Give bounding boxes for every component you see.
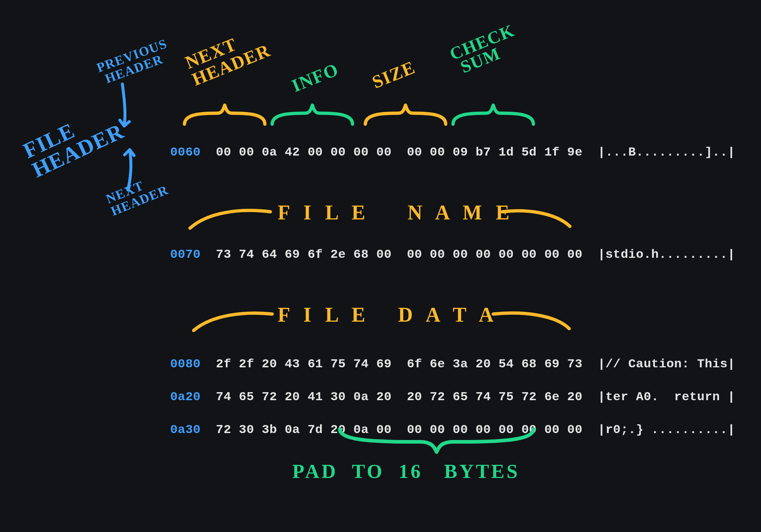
swoosh-icon	[194, 313, 272, 330]
label-next-header-side: NEXT HEADER	[104, 171, 170, 218]
hex-bytes: 74 65 72 20 41 30 0a 20 20 72 65 74 75 7…	[216, 390, 582, 404]
hex-ascii: |ter A0. return |	[598, 390, 735, 404]
hex-ascii: |stdio.h.........|	[598, 248, 735, 261]
hex-bytes: 00 00 0a 42 00 00 00 00 00 00 09 b7 1d 5…	[216, 145, 582, 159]
diagram-stage: FILE HEADER PREVIOUS HEADER NEXT HEADER …	[0, 0, 761, 532]
hex-offset: 0a20	[170, 390, 201, 404]
brace-icon	[184, 105, 265, 124]
label-info: INFO	[289, 58, 342, 96]
hex-offset: 0a30	[170, 423, 201, 437]
hex-bytes: 2f 2f 20 43 61 75 74 69 6f 6e 3a 20 54 6…	[216, 357, 582, 371]
brace-icon	[365, 105, 446, 124]
hex-offset: 0080	[170, 357, 201, 371]
label-checksum: CHECK SUM	[448, 22, 522, 77]
label-next-header: NEXT HEADER	[183, 24, 273, 88]
brace-icon	[453, 105, 533, 124]
label-file-name: F I L E N A M E	[278, 201, 514, 224]
arrow-icon	[122, 84, 125, 126]
hex-ascii: |...B.........]..|	[598, 145, 735, 159]
label-size: SIZE	[369, 56, 418, 92]
label-file-data: F I L E D A T A	[278, 303, 498, 326]
hex-row-0070: 0070 73 74 64 69 6f 2e 68 00 00 00 00 00…	[140, 234, 735, 275]
hex-ascii: |// Caution: This|	[598, 357, 735, 371]
label-previous-header: PREVIOUS HEADER	[95, 37, 173, 87]
hex-row-0060: 0060 00 00 0a 42 00 00 00 00 00 00 09 b7…	[140, 131, 735, 173]
hex-offset: 0070	[170, 248, 201, 261]
hex-ascii: |r0;.} ..........|	[598, 423, 735, 437]
hex-bytes: 73 74 64 69 6f 2e 68 00 00 00 00 00 00 0…	[216, 248, 582, 261]
label-file-header: FILE HEADER	[20, 101, 127, 181]
swoosh-icon	[493, 313, 569, 329]
label-pad-to-16-bytes: PAD TO 16 BYTES	[292, 460, 520, 483]
hex-offset: 0060	[170, 145, 201, 159]
arrowhead-icon	[120, 120, 129, 126]
swoosh-icon	[190, 210, 270, 228]
hex-bytes: 72 30 3b 0a 7d 20 0a 00 00 00 00 00 00 0…	[216, 423, 582, 437]
brace-icon	[272, 105, 353, 124]
arrowhead-icon	[125, 150, 134, 156]
hex-row-0a30: 0a30 72 30 3b 0a 7d 20 0a 00 00 00 00 00…	[140, 409, 735, 451]
